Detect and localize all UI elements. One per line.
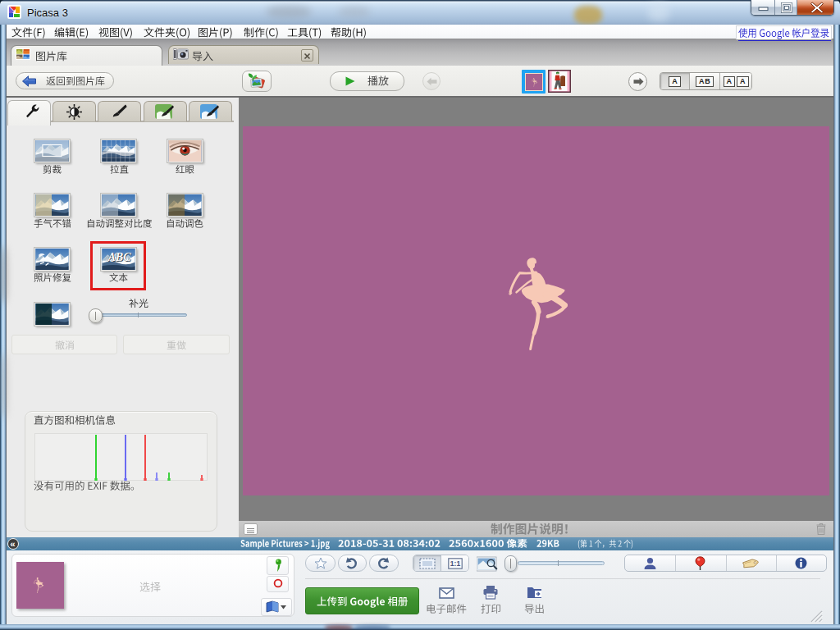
- svg-text:1:1: 1:1: [450, 559, 461, 568]
